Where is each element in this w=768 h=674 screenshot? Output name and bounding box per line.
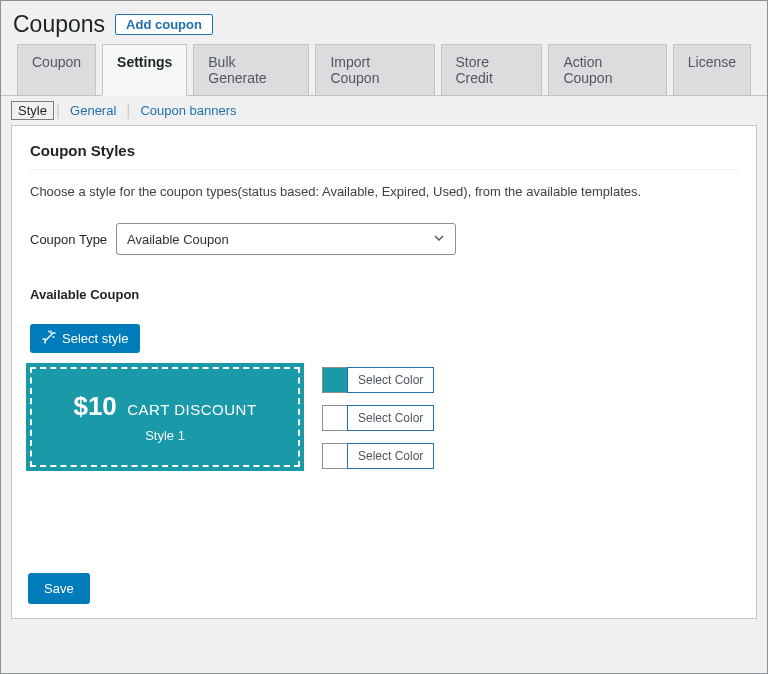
select-color-button-2[interactable]: Select Color bbox=[347, 405, 434, 431]
coupon-preview: $10 CART DISCOUNT Style 1 bbox=[30, 367, 300, 467]
add-coupon-button[interactable]: Add coupon bbox=[115, 14, 213, 35]
subnav-coupon-banners[interactable]: Coupon banners bbox=[132, 101, 244, 120]
color-swatch-3[interactable] bbox=[322, 443, 348, 469]
tab-store-credit[interactable]: Store Credit bbox=[441, 44, 543, 96]
panel-heading: Coupon Styles bbox=[30, 142, 738, 159]
select-color-button-1[interactable]: Select Color bbox=[347, 367, 434, 393]
subnav-style[interactable]: Style bbox=[11, 101, 54, 120]
coupon-type-label: Coupon Type bbox=[30, 232, 116, 247]
save-button[interactable]: Save bbox=[28, 573, 90, 604]
sub-nav: Style | General | Coupon banners bbox=[1, 95, 767, 125]
page-title: Coupons bbox=[13, 11, 105, 38]
tab-import-coupon[interactable]: Import Coupon bbox=[315, 44, 434, 96]
magic-wand-icon bbox=[42, 330, 62, 347]
coupon-amount: $10 bbox=[73, 391, 116, 422]
tab-coupon[interactable]: Coupon bbox=[17, 44, 96, 96]
panel-description: Choose a style for the coupon types(stat… bbox=[30, 184, 738, 199]
select-style-label: Select style bbox=[62, 331, 128, 346]
select-color-button-3[interactable]: Select Color bbox=[347, 443, 434, 469]
coupon-type-select[interactable]: Available Coupon bbox=[116, 223, 456, 255]
color-pickers: Select Color Select Color Select Color bbox=[322, 367, 434, 469]
settings-panel: Coupon Styles Choose a style for the cou… bbox=[11, 125, 757, 619]
select-style-button[interactable]: Select style bbox=[30, 324, 140, 353]
subnav-general[interactable]: General bbox=[62, 101, 124, 120]
chevron-down-icon bbox=[433, 232, 445, 247]
color-swatch-1[interactable] bbox=[322, 367, 348, 393]
color-swatch-2[interactable] bbox=[322, 405, 348, 431]
coupon-style-name: Style 1 bbox=[145, 428, 185, 443]
tab-license[interactable]: License bbox=[673, 44, 751, 96]
coupon-type-value: Available Coupon bbox=[127, 232, 229, 247]
tab-action-coupon[interactable]: Action Coupon bbox=[548, 44, 666, 96]
tab-bulk-generate[interactable]: Bulk Generate bbox=[193, 44, 309, 96]
section-heading: Available Coupon bbox=[30, 287, 738, 302]
coupon-label: CART DISCOUNT bbox=[127, 401, 256, 418]
tab-settings[interactable]: Settings bbox=[102, 44, 187, 96]
main-tabs: Coupon Settings Bulk Generate Import Cou… bbox=[1, 44, 767, 96]
